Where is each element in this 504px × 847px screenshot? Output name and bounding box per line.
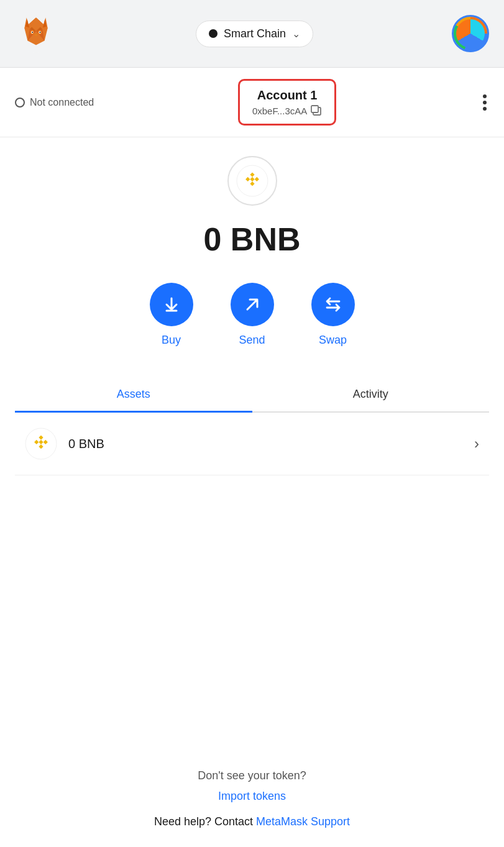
account-address-row: 0xbeF...3cAA [252,105,322,116]
buy-label: Buy [162,334,181,347]
buy-action[interactable]: Buy [150,283,193,347]
bnb-logo-container [227,156,277,206]
assets-list: 0 BNB › [15,413,489,475]
svg-rect-21 [311,106,318,112]
asset-chevron-icon: › [474,435,479,452]
account-name: Account 1 [257,88,318,103]
account-address-text: 0xbeF...3cAA [252,106,307,116]
footer-section: Don't see your token? Import tokens Need… [0,744,504,847]
more-options-button[interactable] [480,92,489,113]
metamask-support-link[interactable]: MetaMask Support [256,815,350,828]
account-bar: Not connected Account 1 0xbeF...3cAA [0,68,504,137]
header: Smart Chain ⌄ [0,0,504,68]
bnb-asset-icon [25,428,57,460]
account-info-box[interactable]: Account 1 0xbeF...3cAA [238,79,336,126]
help-text: Need help? Contact MetaMask Support [154,815,350,828]
help-text-prefix: Need help? Contact [154,815,256,828]
send-action[interactable]: Send [231,283,274,347]
asset-left: 0 BNB [25,428,104,460]
network-status-dot [209,29,218,38]
network-name: Smart Chain [224,27,286,40]
avatar[interactable] [452,15,489,52]
tab-activity[interactable]: Activity [252,378,490,411]
swap-action[interactable]: Swap [311,283,355,347]
metamask-logo[interactable] [15,11,57,56]
swap-label: Swap [319,334,347,347]
not-connected-label: Not connected [30,97,94,108]
download-icon [162,295,181,314]
send-button[interactable] [231,283,274,326]
not-connected-status: Not connected [15,97,94,108]
tabs: Assets Activity [15,378,489,413]
tab-assets[interactable]: Assets [15,378,252,413]
chevron-down-icon: ⌄ [292,28,300,40]
buy-button[interactable] [150,283,193,326]
asset-row-bnb[interactable]: 0 BNB › [15,413,489,475]
send-icon [242,295,262,314]
swap-button[interactable] [311,283,355,326]
main-content: 0 BNB Buy Send [0,137,504,744]
import-prompt: Don't see your token? [198,769,306,782]
bnb-logo-icon [236,165,268,197]
avatar-inner [456,19,485,48]
swap-icon [323,295,343,314]
action-buttons: Buy Send Swap [150,283,355,347]
svg-point-12 [32,32,33,33]
balance-display: 0 BNB [203,221,300,258]
svg-point-13 [39,32,40,33]
import-tokens-link[interactable]: Import tokens [218,790,286,803]
send-label: Send [239,334,265,347]
not-connected-dot [15,98,25,108]
network-selector[interactable]: Smart Chain ⌄ [196,21,313,47]
asset-balance: 0 BNB [68,437,104,451]
copy-icon[interactable] [311,105,322,116]
